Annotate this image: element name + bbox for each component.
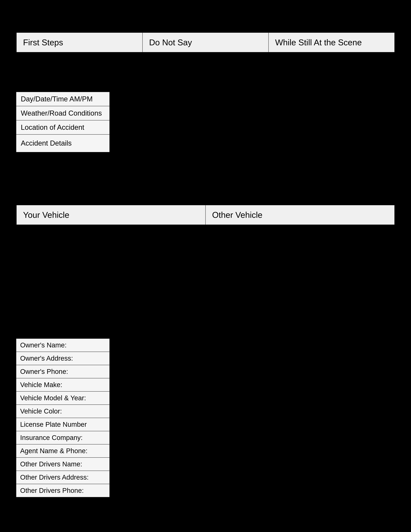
field-vehicle-model-year: Vehicle Model & Year: <box>16 391 110 405</box>
form-section: Owner's Name: Owner's Address: Owner's P… <box>16 339 110 497</box>
page-container: First Steps Do Not Say While Still At th… <box>0 0 411 532</box>
field-agent-name-phone: Agent Name & Phone: <box>16 444 110 457</box>
tab-your-vehicle[interactable]: Your Vehicle <box>17 205 206 225</box>
info-location: Location of Accident <box>16 120 110 134</box>
info-section: Day/Date/Time AM/PM Weather/Road Conditi… <box>16 92 110 152</box>
info-accident-details: Accident Details <box>16 134 110 152</box>
tab-while-at-scene[interactable]: While Still At the Scene <box>269 33 394 52</box>
field-vehicle-color: Vehicle Color: <box>16 405 110 418</box>
field-insurance-company: Insurance Company: <box>16 431 110 444</box>
field-owners-address: Owner's Address: <box>16 352 110 365</box>
field-other-drivers-address: Other Drivers Address: <box>16 471 110 484</box>
field-vehicle-make: Vehicle Make: <box>16 378 110 391</box>
tab-first-steps[interactable]: First Steps <box>17 33 142 52</box>
top-tabs: First Steps Do Not Say While Still At th… <box>16 32 395 53</box>
info-day-date-time: Day/Date/Time AM/PM <box>16 92 110 106</box>
field-other-drivers-phone: Other Drivers Phone: <box>16 484 110 497</box>
tab-do-not-say[interactable]: Do Not Say <box>142 33 269 52</box>
vehicle-tabs: Your Vehicle Other Vehicle <box>16 205 395 225</box>
field-license-plate: License Plate Number <box>16 418 110 431</box>
info-weather-road: Weather/Road Conditions <box>16 106 110 120</box>
field-owners-phone: Owner's Phone: <box>16 365 110 378</box>
field-other-drivers-name: Other Drivers Name: <box>16 457 110 471</box>
tab-other-vehicle[interactable]: Other Vehicle <box>206 205 394 225</box>
field-owners-name: Owner's Name: <box>16 339 110 352</box>
